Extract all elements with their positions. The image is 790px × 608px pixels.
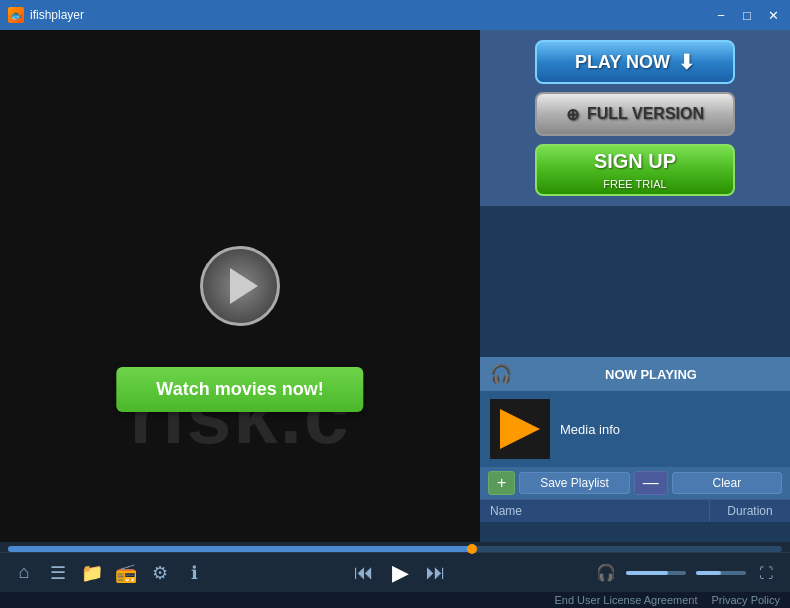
playlist-col-duration: Duration <box>710 500 790 522</box>
now-playing-section: 🎧 NOW PLAYING Media info + Save Playlist… <box>480 357 790 542</box>
playlist-button[interactable]: ☰ <box>44 559 72 587</box>
dark-spacer <box>480 206 790 357</box>
settings-button[interactable]: ⚙ <box>146 559 174 587</box>
home-button[interactable]: ⌂ <box>10 559 38 587</box>
radio-button[interactable]: 📻 <box>112 559 140 587</box>
playlist-col-name: Name <box>480 500 710 522</box>
playlist-header: Name Duration <box>480 499 790 522</box>
seek-fill <box>8 546 472 552</box>
minimize-button[interactable]: − <box>712 6 730 24</box>
audio-button[interactable]: 🎧 <box>592 559 620 587</box>
play-now-label: PLAY NOW <box>575 52 670 73</box>
seek-and-controls <box>0 542 790 552</box>
window-controls: − □ ✕ <box>712 6 782 24</box>
playlist-area <box>480 522 790 542</box>
ad-area: PLAY NOW ⬇ ⊕ FULL VERSION SIGN UP FREE T… <box>480 30 790 206</box>
sign-up-button[interactable]: SIGN UP FREE TRIAL <box>535 144 735 196</box>
right-panel: PLAY NOW ⬇ ⊕ FULL VERSION SIGN UP FREE T… <box>480 30 790 542</box>
clear-playlist-button[interactable]: Clear <box>672 472 782 494</box>
eula-link[interactable]: End User License Agreement <box>554 594 697 606</box>
sign-up-main-label: SIGN UP <box>594 151 676 171</box>
app-title: ifishplayer <box>30 8 84 22</box>
save-playlist-button[interactable]: Save Playlist <box>519 472 629 494</box>
media-info-row: Media info <box>480 391 790 467</box>
bottom-controls: ⌂ ☰ 📁 📻 ⚙ ℹ ⏮ ▶ ⏭ 🎧 ⛶ <box>0 552 790 592</box>
full-version-label: FULL VERSION <box>587 105 704 123</box>
transport-controls: ⏮ ▶ ⏭ <box>214 559 586 587</box>
plus-icon: ⊕ <box>566 105 579 124</box>
headphone-icon: 🎧 <box>490 363 512 385</box>
play-overlay-button[interactable] <box>200 246 280 326</box>
remove-from-playlist-button[interactable]: — <box>634 471 668 495</box>
full-version-button[interactable]: ⊕ FULL VERSION <box>535 92 735 136</box>
close-button[interactable]: ✕ <box>764 6 782 24</box>
now-playing-label: NOW PLAYING <box>522 367 780 382</box>
now-playing-header: 🎧 NOW PLAYING <box>480 357 790 391</box>
bottom-right: 🎧 ⛶ <box>592 559 780 587</box>
playlist-controls: + Save Playlist — Clear <box>480 467 790 499</box>
main-content: risk.c Watch movies now! PLAY NOW ⬇ ⊕ FU… <box>0 30 790 542</box>
title-bar: 🐟 ifishplayer − □ ✕ <box>0 0 790 30</box>
play-now-button[interactable]: PLAY NOW ⬇ <box>535 40 735 84</box>
privacy-policy-link[interactable]: Privacy Policy <box>712 594 780 606</box>
media-thumbnail <box>490 399 550 459</box>
info-button[interactable]: ℹ <box>180 559 208 587</box>
title-bar-left: 🐟 ifishplayer <box>8 7 84 23</box>
watch-movies-button[interactable]: Watch movies now! <box>116 367 363 412</box>
app-icon: 🐟 <box>8 7 24 23</box>
play-pause-button[interactable]: ▶ <box>386 559 414 587</box>
video-area: risk.c Watch movies now! <box>0 30 480 542</box>
prev-button[interactable]: ⏮ <box>350 559 378 587</box>
sign-up-sub-label: FREE TRIAL <box>603 179 666 190</box>
seek-bar[interactable] <box>8 546 782 552</box>
download-icon: ⬇ <box>678 50 695 74</box>
next-button[interactable]: ⏭ <box>422 559 450 587</box>
footer-links: End User License Agreement Privacy Polic… <box>0 592 790 608</box>
controls-and-footer: ⌂ ☰ 📁 📻 ⚙ ℹ ⏮ ▶ ⏭ 🎧 ⛶ End User License A… <box>0 542 790 608</box>
fullscreen-button[interactable]: ⛶ <box>752 559 780 587</box>
seek-thumb[interactable] <box>467 544 477 554</box>
add-to-playlist-button[interactable]: + <box>488 471 515 495</box>
media-info-text: Media info <box>560 422 620 437</box>
volume-slider-2[interactable] <box>696 571 746 575</box>
folder-button[interactable]: 📁 <box>78 559 106 587</box>
volume-slider[interactable] <box>626 571 686 575</box>
maximize-button[interactable]: □ <box>738 6 756 24</box>
volume-fill <box>626 571 668 575</box>
